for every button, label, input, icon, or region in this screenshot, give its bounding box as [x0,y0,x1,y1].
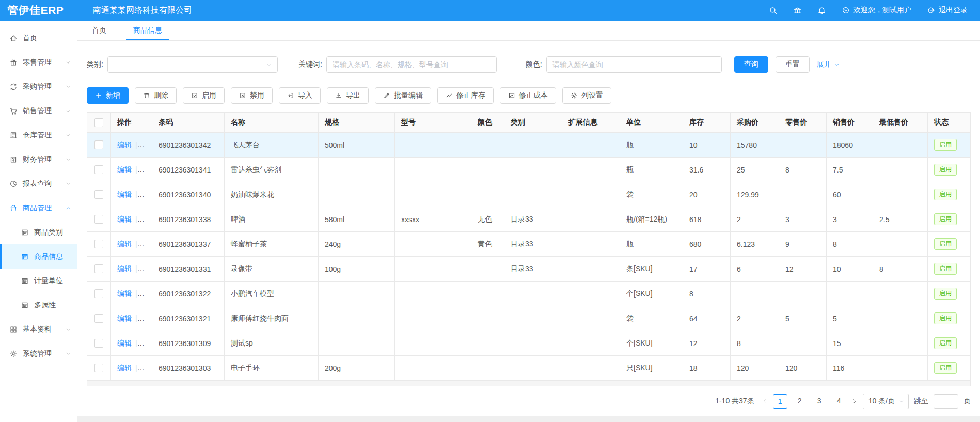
column-settings-button[interactable]: 列设置 [562,87,611,104]
row-checkbox[interactable] [94,140,103,149]
logout-button[interactable]: 退出登录 [927,6,968,15]
chart-icon [446,92,453,99]
row-checkbox[interactable] [94,165,103,174]
category-select[interactable] [107,56,278,73]
action-separator: | [135,339,137,347]
cell-stock: 680 [683,232,731,257]
sidebar-item-basic-data[interactable]: 基本资料 [0,317,77,341]
row-checkbox[interactable] [94,289,103,298]
page-button-1[interactable]: 1 [773,394,787,409]
cell-checkbox [87,158,111,182]
bank-icon[interactable] [793,6,802,15]
row-checkbox[interactable] [94,264,103,273]
cell-ext [562,207,620,232]
sidebar-item-unit[interactable]: 计量单位 [0,269,77,293]
sidebar-item-retail[interactable]: 零售管理 [0,50,77,74]
cell-stock: 17 [683,257,731,282]
search-icon[interactable] [769,6,778,15]
edit-link[interactable]: 编辑 [117,165,132,174]
sidebar-item-label: 商品类别 [34,228,63,237]
add-button[interactable]: 新增 [87,87,129,104]
cell-barcode: 6901236301303 [152,356,225,381]
sidebar-item-label: 销售管理 [23,106,52,116]
col-header-barcode: 条码 [152,113,225,133]
cell-retail-price: 5 [779,306,827,331]
disable-button[interactable]: 禁用 [231,87,273,104]
export-button[interactable]: 导出 [327,87,369,104]
sidebar-item-product[interactable]: 商品管理 [0,196,77,220]
search-button[interactable]: 查询 [734,56,768,73]
sidebar-item-home[interactable]: 首页 [0,26,77,50]
delete-button[interactable]: 删除 [135,87,177,104]
purchase-icon [9,83,18,91]
row-checkbox[interactable] [94,190,103,199]
cell-unit: 瓶/(箱=12瓶) [620,207,683,232]
keyword-input[interactable] [326,56,497,73]
cell-spec: 200g [319,356,395,381]
tab-home[interactable]: 首页 [89,21,109,40]
batch-edit-button[interactable]: 批量编辑 [375,87,431,104]
chevron-left-icon[interactable] [762,398,768,404]
page-button-2[interactable]: 2 [793,394,807,409]
edit-link[interactable]: 编辑 [117,264,132,273]
row-checkbox[interactable] [94,364,103,372]
sidebar-item-report[interactable]: 报表查询 [0,171,77,196]
table-horizontal-scrollbar[interactable] [87,381,971,386]
cell-purchase-price: 129.99 [731,182,779,207]
sales-icon [9,107,18,115]
col-header-category: 类别 [504,113,562,133]
enable-button[interactable]: 启用 [183,87,225,104]
sidebar-item-system[interactable]: 系统管理 [0,341,77,366]
cell-checkbox [87,207,111,232]
cell-color [471,133,504,158]
cell-spec [319,282,395,306]
fix-cost-button[interactable]: 修正成本 [500,87,556,104]
action-separator: | [135,364,137,372]
edit-link[interactable]: 编辑 [117,289,132,298]
page-button-3[interactable]: 3 [812,394,827,409]
sidebar-item-multi-attr[interactable]: 多属性 [0,293,77,317]
table-row: 编辑|删除6901236301337蜂蜜柚子茶240g黄色目录33瓶6806.1… [87,232,971,257]
expand-link[interactable]: 展开 [817,60,840,69]
sidebar-item-product-info[interactable]: 商品信息 [0,244,77,269]
sidebar-item-warehouse[interactable]: 仓库管理 [0,123,77,147]
button-label: 修正库存 [456,91,485,100]
edit-link[interactable]: 编辑 [117,339,132,347]
sidebar-item-sales[interactable]: 销售管理 [0,99,77,123]
cell-barcode: 6901236301321 [152,306,225,331]
welcome-user[interactable]: 欢迎您，测试用户 [842,6,911,15]
row-checkbox[interactable] [94,240,103,248]
cell-actions: 编辑|删除 [111,282,152,306]
cell-model [395,282,471,306]
reset-button[interactable]: 重置 [776,56,810,73]
edit-link[interactable]: 编辑 [117,240,132,248]
bell-icon[interactable] [817,6,826,15]
cell-unit: 瓶 [620,158,683,182]
edit-link[interactable]: 编辑 [117,215,132,223]
row-checkbox[interactable] [94,339,103,348]
row-checkbox[interactable] [94,314,103,323]
cell-barcode: 6901236301331 [152,257,225,282]
sidebar-item-product-category[interactable]: 商品类别 [0,220,77,244]
col-header-stock: 库存 [683,113,731,133]
sidebar-item-finance[interactable]: 财务管理 [0,147,77,171]
cell-spec: 500ml [319,133,395,158]
row-checkbox[interactable] [94,215,103,224]
color-input[interactable] [546,56,722,73]
edit-link[interactable]: 编辑 [117,190,132,198]
edit-link[interactable]: 编辑 [117,140,132,149]
cell-spec [319,158,395,182]
sidebar: 首页零售管理采购管理销售管理仓库管理财务管理报表查询商品管理商品类别商品信息计量… [0,21,77,422]
select-all-checkbox[interactable] [94,118,103,127]
page-size-select[interactable]: 10 条/页 [863,394,909,409]
import-button[interactable]: 导入 [279,87,321,104]
page-button-4[interactable]: 4 [832,394,846,409]
sidebar-item-purchase[interactable]: 采购管理 [0,74,77,99]
chevron-right-icon[interactable] [851,398,858,404]
chevron-down-icon [66,157,71,162]
tab-product-info[interactable]: 商品信息 [130,21,165,40]
edit-link[interactable]: 编辑 [117,314,132,322]
edit-link[interactable]: 编辑 [117,364,132,372]
jump-page-input[interactable] [934,394,958,409]
fix-stock-button[interactable]: 修正库存 [437,87,494,104]
